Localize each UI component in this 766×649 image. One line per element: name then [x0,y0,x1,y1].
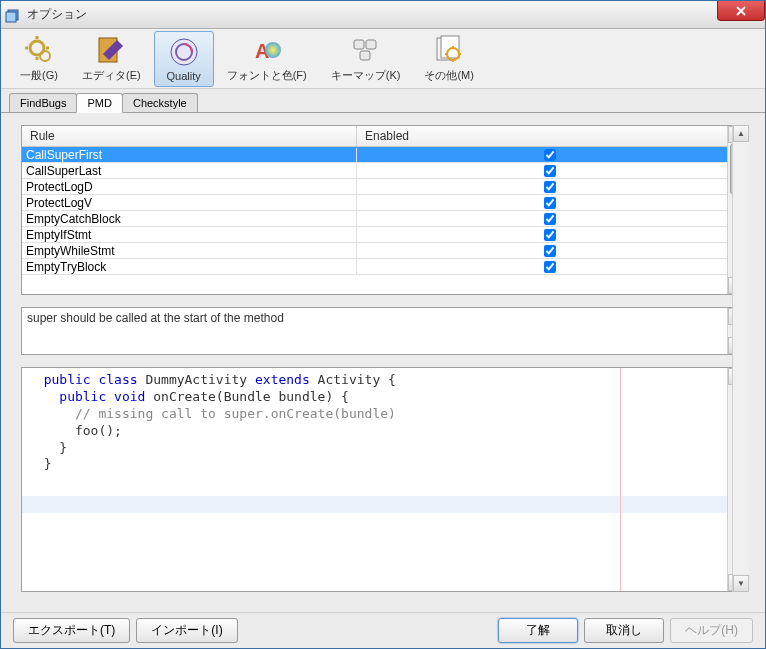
outer-scrollbar[interactable]: ▲ ▼ [732,125,749,592]
table-row[interactable]: EmptyWhileStmt [22,243,744,259]
rule-enabled-cell [357,213,744,225]
help-button[interactable]: ヘルプ(H) [670,618,753,643]
rule-enabled-checkbox[interactable] [544,149,556,161]
toolbar-keymap[interactable]: キーマップ(K) [320,29,412,88]
code-editor[interactable]: public class DummyActivity extends Activ… [22,368,744,591]
tab-pmd[interactable]: PMD [76,93,122,113]
svg-point-8 [265,42,281,58]
rule-enabled-cell [357,149,744,161]
rule-name-cell: ProtectLogV [22,196,357,210]
rule-enabled-checkbox[interactable] [544,245,556,257]
close-button[interactable] [717,1,765,21]
rule-enabled-cell [357,261,744,273]
table-row[interactable]: EmptyIfStmt [22,227,744,243]
rule-name-cell: EmptyCatchBlock [22,212,357,226]
svg-rect-10 [366,40,376,49]
rule-enabled-cell [357,165,744,177]
svg-rect-13 [441,36,459,58]
toolbar-general[interactable]: 一般(G) [9,29,69,88]
gear-icon [23,34,55,66]
ok-button[interactable]: 了解 [498,618,578,643]
quality-icon [168,36,200,68]
svg-rect-9 [354,40,364,49]
rule-enabled-cell [357,245,744,257]
app-icon [5,7,21,23]
rules-panel: Rule Enabled CallSuperFirstCallSuperLast… [21,125,745,295]
table-row[interactable]: EmptyCatchBlock [22,211,744,227]
svg-rect-1 [6,12,16,22]
rule-name-cell: EmptyTryBlock [22,260,357,274]
tab-checkstyle[interactable]: Checkstyle [122,93,198,113]
description-text: super should be called at the start of t… [22,308,744,354]
rule-name-cell: ProtectLogD [22,180,357,194]
export-button[interactable]: エクスポート(T) [13,618,130,643]
rule-enabled-checkbox[interactable] [544,197,556,209]
rules-header: Rule Enabled [22,126,744,147]
rule-name-cell: CallSuperFirst [22,148,357,162]
rule-enabled-cell [357,229,744,241]
column-header-enabled[interactable]: Enabled [357,126,744,146]
options-window: オプション 一般(G) エディタ(E) Quality A フォントと色(F) … [0,0,766,649]
other-icon [433,34,465,66]
content-area: Rule Enabled CallSuperFirstCallSuperLast… [1,112,765,612]
rule-name-cell: EmptyWhileStmt [22,244,357,258]
toolbar-quality[interactable]: Quality [154,31,214,87]
rule-enabled-checkbox[interactable] [544,261,556,273]
table-row[interactable]: ProtectLogD [22,179,744,195]
svg-point-3 [40,51,50,61]
toolbar-label: エディタ(E) [82,68,141,83]
table-row[interactable]: ProtectLogV [22,195,744,211]
code-panel: public class DummyActivity extends Activ… [21,367,745,592]
toolbar-other[interactable]: その他(M) [413,29,485,88]
rule-enabled-cell [357,181,744,193]
rules-table: Rule Enabled CallSuperFirstCallSuperLast… [22,126,744,294]
rule-enabled-checkbox[interactable] [544,181,556,193]
keymap-icon [350,34,382,66]
svg-point-5 [171,39,197,65]
tab-findbugs[interactable]: FindBugs [9,93,77,113]
rule-enabled-checkbox[interactable] [544,213,556,225]
toolbar-label: Quality [167,70,201,82]
rule-enabled-checkbox[interactable] [544,229,556,241]
scroll-down-icon[interactable]: ▼ [733,575,749,592]
rule-name-cell: EmptyIfStmt [22,228,357,242]
description-panel: super should be called at the start of t… [21,307,745,355]
toolbar-label: フォントと色(F) [227,68,307,83]
editor-icon [95,34,127,66]
rule-enabled-cell [357,197,744,209]
content-inner: Rule Enabled CallSuperFirstCallSuperLast… [9,113,757,604]
toolbar-label: その他(M) [424,68,474,83]
rule-name-cell: CallSuperLast [22,164,357,178]
svg-rect-11 [360,51,370,60]
window-title: オプション [27,6,87,23]
import-button[interactable]: インポート(I) [136,618,237,643]
titlebar: オプション [1,1,765,29]
rule-enabled-checkbox[interactable] [544,165,556,177]
button-bar: エクスポート(T) インポート(I) 了解 取消し ヘルプ(H) [1,612,765,648]
sub-tabs: FindBugs PMD Checkstyle [1,89,765,113]
scroll-up-icon[interactable]: ▲ [733,125,749,142]
column-header-rule[interactable]: Rule [22,126,357,146]
category-toolbar: 一般(G) エディタ(E) Quality A フォントと色(F) キーマップ(… [1,29,765,89]
table-row[interactable]: EmptyTryBlock [22,259,744,275]
fonts-icon: A [251,34,283,66]
toolbar-fonts[interactable]: A フォントと色(F) [216,29,318,88]
table-row[interactable]: CallSuperFirst [22,147,744,163]
toolbar-label: 一般(G) [20,68,58,83]
toolbar-editor[interactable]: エディタ(E) [71,29,152,88]
table-row[interactable]: CallSuperLast [22,163,744,179]
rules-body: CallSuperFirstCallSuperLastProtectLogDPr… [22,147,744,275]
toolbar-label: キーマップ(K) [331,68,401,83]
cancel-button[interactable]: 取消し [584,618,664,643]
